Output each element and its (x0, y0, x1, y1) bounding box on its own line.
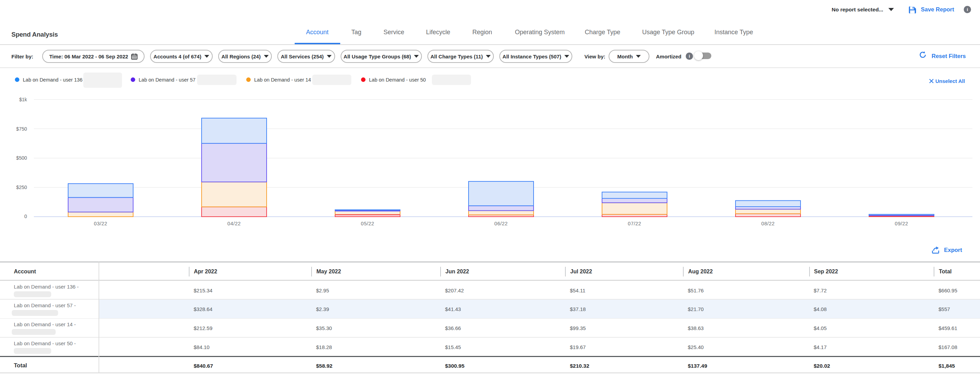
svg-text:05/22: 05/22 (361, 221, 374, 226)
svg-text:$750: $750 (16, 126, 27, 132)
svg-text:03/22: 03/22 (94, 221, 108, 226)
svg-text:04/22: 04/22 (228, 221, 241, 226)
svg-text:0: 0 (24, 214, 27, 219)
svg-text:$250: $250 (16, 184, 27, 190)
svg-text:$500: $500 (16, 155, 27, 161)
svg-text:08/22: 08/22 (762, 221, 775, 226)
svg-text:09/22: 09/22 (895, 221, 908, 226)
svg-text:06/22: 06/22 (495, 221, 508, 226)
svg-text:07/22: 07/22 (628, 221, 641, 226)
svg-text:$1k: $1k (19, 97, 27, 102)
